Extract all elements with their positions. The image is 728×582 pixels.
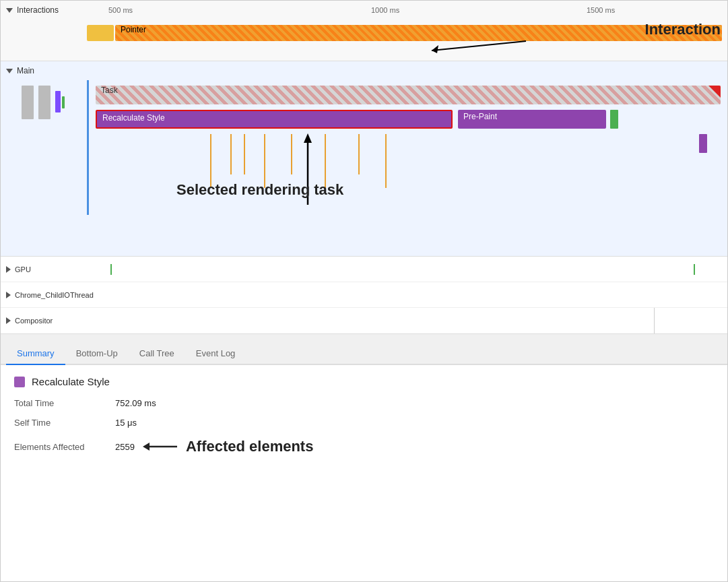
gpu-timeline: [102, 257, 722, 282]
elements-affected-label: Elements Affected: [14, 442, 108, 452]
small-green-block-2: [610, 110, 618, 129]
small-purple-block-2: [699, 134, 707, 153]
compositor-timeline: [102, 308, 722, 333]
pointer-bar-container: Pointer: [87, 25, 722, 41]
total-time-row: Total Time 752.09 ms: [14, 398, 714, 408]
main-header: Main: [1, 61, 727, 80]
prepaint-label: Pre-Paint: [458, 110, 606, 123]
tabs-bar: Summary Bottom-Up Call Tree Event Log: [1, 334, 727, 365]
task-bar[interactable]: Task: [96, 86, 721, 104]
interactions-pointer-row: Pointer: [1, 22, 727, 44]
tick-4: [291, 134, 292, 174]
affected-arrow-svg: [140, 437, 180, 456]
pointer-text: Pointer: [115, 25, 152, 36]
recalculate-style-icon: [14, 377, 25, 387]
main-section: Main Task Recalculate Style Pre-Paint: [1, 61, 727, 257]
compositor-label: Compositor: [15, 317, 102, 325]
tick-1: [210, 134, 211, 188]
task-red-corner: [708, 86, 721, 98]
main-collapse-icon[interactable]: [6, 69, 13, 73]
svg-marker-5: [143, 443, 150, 451]
pointer-yellow-block: [87, 25, 114, 41]
gpu-row: GPU: [1, 257, 727, 282]
small-grey-block-1: [22, 86, 34, 119]
svg-marker-1: [432, 45, 438, 53]
gpu-label: GPU: [15, 265, 102, 273]
svg-marker-3: [304, 133, 312, 143]
tick-7: [385, 134, 387, 188]
tab-summary[interactable]: Summary: [6, 343, 65, 365]
small-green-block-1: [62, 96, 65, 108]
recalculate-style-label: Recalculate Style: [97, 111, 451, 125]
compositor-separator: [654, 308, 655, 333]
main-left-border: [87, 80, 89, 215]
small-grey-block-2: [38, 86, 51, 119]
self-time-value: 15 μs: [115, 418, 137, 428]
gpu-green-tick-2: [694, 264, 695, 275]
tick-3: [264, 134, 265, 188]
tab-call-tree[interactable]: Call Tree: [129, 343, 185, 365]
interaction-annotation-text: Interaction: [645, 21, 721, 38]
small-purple-block: [55, 91, 61, 112]
compositor-expand-icon[interactable]: [6, 317, 11, 324]
thread-rows: GPU Chrome_ChildIOThread Compositor: [1, 257, 727, 334]
summary-panel: Recalculate Style Total Time 752.09 ms S…: [1, 365, 727, 530]
ruler-mark-500: 500 ms: [108, 6, 133, 14]
summary-title-row: Recalculate Style: [14, 376, 714, 387]
childio-row: Chrome_ChildIOThread: [1, 282, 727, 308]
tab-event-log[interactable]: Event Log: [185, 343, 246, 365]
self-time-label: Self Time: [14, 418, 108, 428]
main-label: Main: [17, 66, 34, 75]
main-timeline-content: Task Recalculate Style Pre-Paint Se: [89, 80, 727, 257]
pointer-orange-bar[interactable]: Pointer: [115, 25, 722, 41]
rendering-annotation-text: Selected rendering task: [176, 181, 343, 199]
tick-8: [230, 134, 232, 174]
total-time-value: 752.09 ms: [115, 398, 156, 408]
recalculate-style-bar[interactable]: Recalculate Style: [96, 110, 453, 129]
self-time-row: Self Time 15 μs: [14, 418, 714, 428]
elements-affected-row: Elements Affected 2559 Affected elements: [14, 437, 714, 456]
ruler-mark-1000: 1000 ms: [371, 6, 399, 14]
prepaint-bar[interactable]: Pre-Paint: [458, 110, 606, 129]
interactions-section: Interactions 500 ms 1000 ms 1500 ms Poin…: [1, 1, 727, 61]
compositor-row: Compositor: [1, 308, 727, 333]
summary-title: Recalculate Style: [32, 376, 110, 387]
gpu-green-tick-1: [110, 264, 112, 275]
childio-label: Chrome_ChildIOThread: [15, 291, 102, 299]
childio-timeline: [102, 282, 722, 307]
tick-2: [244, 134, 245, 174]
affected-annotation-text: Affected elements: [186, 438, 314, 455]
task-label: Task: [96, 86, 123, 98]
interactions-label: Interactions: [17, 5, 84, 15]
tab-bottom-up[interactable]: Bottom-Up: [65, 343, 129, 365]
tick-5: [325, 134, 326, 188]
interactions-collapse-icon[interactable]: [6, 8, 13, 13]
elements-affected-value: 2559: [115, 442, 135, 452]
gpu-expand-icon[interactable]: [6, 266, 11, 273]
ruler-mark-1500: 1500 ms: [587, 6, 615, 14]
tick-6: [358, 134, 360, 174]
total-time-label: Total Time: [14, 398, 108, 408]
childio-expand-icon[interactable]: [6, 292, 11, 298]
rendering-annotation-svg: [224, 131, 392, 218]
